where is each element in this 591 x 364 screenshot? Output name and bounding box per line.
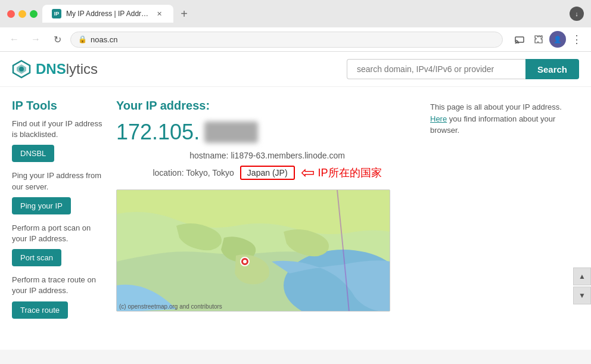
svg-point-1 [515, 43, 517, 44]
here-link[interactable]: Here [430, 114, 447, 123]
sidebar: IP Tools Find out if your IP address is … [12, 99, 104, 327]
scroll-down-button[interactable]: ▼ [573, 287, 591, 304]
site-header: DNSlytics Search [0, 52, 591, 87]
right-content: This page is all about your IP address. … [430, 99, 579, 327]
tab-favicon: IP [52, 9, 61, 18]
close-traffic-light[interactable] [7, 10, 15, 18]
page: DNSlytics Search IP Tools Find out if yo… [0, 52, 591, 350]
notification-icon: ↓ [570, 7, 584, 21]
minimize-traffic-light[interactable] [18, 10, 26, 18]
ping-desc: Ping your IP address from our server. [12, 170, 104, 192]
dnsbl-desc: Find out if your IP address is blacklist… [12, 119, 104, 140]
tab-bar: IP My IP Address | IP Address To... ✕ + [42, 5, 565, 23]
country-badge: Japan (JP) [240, 166, 295, 180]
dnsbl-button[interactable]: DNSBL [12, 145, 54, 162]
svg-point-4 [19, 67, 24, 71]
trace-route-button[interactable]: Trace route [12, 301, 68, 319]
map-svg [117, 190, 390, 312]
port-scan-desc: Perform a port scan on your IP address. [12, 223, 104, 244]
center-content: Your IP address: 172.105. hostname: li18… [104, 99, 430, 327]
location-row: location: Tokyo, Tokyo Japan (JP) ⇦ IP所在… [116, 163, 418, 182]
hostname-meta: hostname: li1879-63.members.linode.com [116, 151, 418, 160]
cast-button[interactable] [511, 31, 528, 48]
sidebar-title: IP Tools [12, 99, 104, 113]
search-area: Search [347, 59, 579, 79]
address-bar-row: ← → ↻ 🔒 noas.cn 👤 [0, 27, 591, 52]
tab-close-button[interactable]: ✕ [154, 9, 164, 18]
annotation-text: IP所在的国家 [318, 166, 382, 180]
browser-actions: 👤 ⋮ [511, 31, 585, 48]
puzzle-icon [534, 35, 543, 44]
ping-button[interactable]: Ping your IP [12, 197, 71, 214]
right-desc-text2: you find information about your browser. [430, 114, 555, 135]
main-content: IP Tools Find out if your IP address is … [0, 87, 591, 339]
ip-blur [204, 122, 258, 143]
logo[interactable]: DNSlytics [12, 60, 98, 79]
port-scan-button[interactable]: Port scan [12, 249, 61, 266]
cast-icon [515, 35, 524, 44]
title-bar: IP My IP Address | IP Address To... ✕ + … [0, 0, 591, 27]
svg-point-8 [243, 260, 247, 263]
tab-title: My IP Address | IP Address To... [66, 10, 150, 18]
fullscreen-traffic-light[interactable] [30, 10, 38, 18]
logo-icon [12, 60, 31, 79]
browser-menu-button[interactable]: ⋮ [568, 31, 585, 48]
ip-label: Your IP address: [116, 99, 418, 113]
address-bar[interactable]: 🔒 noas.cn [70, 32, 503, 48]
forward-button[interactable]: → [27, 31, 44, 48]
right-desc-text: This page is all about your IP address. [430, 102, 562, 111]
address-text: noas.cn [91, 35, 495, 44]
reload-button[interactable]: ↻ [49, 31, 66, 48]
extensions-button[interactable] [530, 31, 547, 48]
ip-prefix: 172.105. [116, 120, 200, 145]
scrollbar-area: ▲ ▼ [573, 267, 591, 304]
new-tab-button[interactable]: + [176, 5, 192, 22]
logo-bold: DNS [36, 61, 66, 77]
lock-icon: 🔒 [78, 35, 87, 43]
logo-text: DNSlytics [36, 61, 98, 77]
search-button[interactable]: Search [525, 59, 579, 79]
browser-chrome: IP My IP Address | IP Address To... ✕ + … [0, 0, 591, 52]
logo-light: lytics [66, 61, 98, 77]
search-input[interactable] [347, 59, 525, 79]
back-button[interactable]: ← [6, 31, 23, 48]
ip-address-display: 172.105. [116, 120, 418, 145]
traffic-lights [7, 10, 38, 18]
arrow-annotation: ⇦ IP所在的国家 [301, 163, 382, 182]
map-credit: (c) openstreetmap.org and contributors [119, 303, 222, 310]
scroll-up-button[interactable]: ▲ [573, 267, 591, 285]
map-container: (c) openstreetmap.org and contributors [116, 189, 390, 312]
location-text: location: Tokyo, Tokyo [153, 168, 234, 178]
arrow-icon: ⇦ [301, 163, 315, 182]
svg-rect-0 [515, 37, 524, 42]
right-description: This page is all about your IP address. … [430, 101, 579, 136]
trace-route-desc: Perform a trace route on your IP address… [12, 275, 104, 296]
profile-avatar[interactable]: 👤 [549, 31, 566, 48]
active-tab[interactable]: IP My IP Address | IP Address To... ✕ [42, 5, 173, 23]
